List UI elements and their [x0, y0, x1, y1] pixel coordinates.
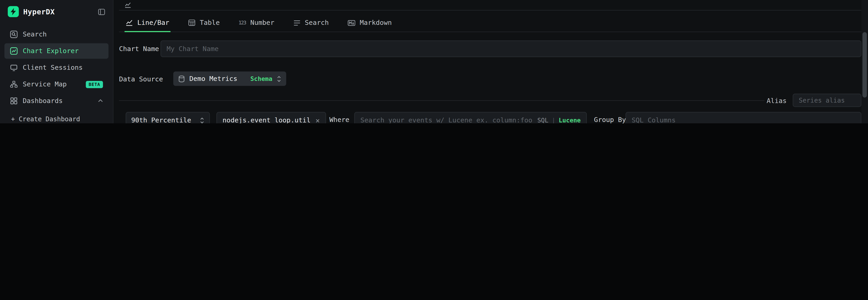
- markdown-icon: [348, 20, 355, 26]
- beta-badge: BETA: [86, 81, 103, 88]
- sidebar-item-label: Client Sessions: [23, 64, 83, 72]
- line-bar-chart-icon: [126, 19, 133, 26]
- tab-label: Number: [250, 19, 274, 27]
- group-by-label: Group By: [594, 116, 626, 123]
- tab-search[interactable]: Search: [293, 14, 329, 32]
- logo-row: HyperDX: [0, 0, 113, 22]
- alias-input[interactable]: [793, 94, 861, 107]
- hyperdx-logo-icon: [8, 6, 19, 17]
- chart-explorer-screen: HyperDX Search Chart Explorer: [0, 0, 868, 123]
- search-icon: [10, 31, 18, 38]
- where-input[interactable]: [361, 116, 534, 124]
- top-divider: [119, 10, 861, 10]
- create-dashboard-button[interactable]: + Create Dashboard: [0, 109, 113, 123]
- tab-markdown[interactable]: Markdown: [348, 14, 392, 32]
- tab-label: Markdown: [360, 19, 392, 27]
- alias-label: Alias: [767, 97, 787, 105]
- tab-label: Search: [305, 19, 329, 27]
- sidebar-item-search[interactable]: Search: [4, 27, 108, 42]
- chart-type-tabs: Line/Bar Table 123 Number Search: [119, 14, 861, 32]
- line-chart-icon: [10, 47, 18, 55]
- scrollbar-thumb[interactable]: [863, 32, 867, 98]
- section-divider: [119, 100, 765, 101]
- data-source-label: Data Source: [119, 76, 163, 83]
- select-chevrons-icon: [277, 75, 281, 82]
- sidebar-item-label: Dashboards: [23, 97, 63, 105]
- group-by-input[interactable]: [625, 112, 861, 123]
- sidebar-item-label: Service Map: [23, 80, 67, 88]
- chart-corner-icon: [125, 2, 131, 8]
- where-search-box: SQL | Lucene: [354, 112, 587, 123]
- sidebar: HyperDX Search Chart Explorer: [0, 0, 114, 123]
- app-title: HyperDX: [23, 7, 94, 16]
- remove-metric-icon[interactable]: ×: [316, 117, 320, 124]
- dashboards-icon: [10, 97, 18, 105]
- data-source-select[interactable]: Demo Metrics Schema: [173, 72, 286, 86]
- where-label: Where: [330, 116, 349, 123]
- sidebar-nav: Search Chart Explorer Client Sessions Se…: [0, 22, 113, 109]
- chevron-up-icon: [98, 99, 103, 103]
- main-content: Line/Bar Table 123 Number Search: [114, 0, 861, 123]
- aggregation-select[interactable]: 90th Percentile: [126, 112, 210, 123]
- database-icon: [178, 75, 185, 82]
- metric-name: nodejs.event_loop.util: [222, 116, 310, 124]
- sidebar-collapse-icon[interactable]: [98, 8, 105, 15]
- chart-name-input[interactable]: [160, 40, 861, 57]
- metric-tag[interactable]: nodejs.event_loop.util ×: [217, 112, 326, 123]
- data-source-value: Demo Metrics: [189, 75, 246, 83]
- scrollbar[interactable]: [861, 0, 868, 123]
- sidebar-item-client-sessions[interactable]: Client Sessions: [4, 60, 108, 76]
- sidebar-item-chart-explorer[interactable]: Chart Explorer: [4, 43, 108, 59]
- toggle-divider: |: [552, 117, 555, 124]
- number-123-icon: 123: [239, 20, 246, 26]
- sidebar-item-service-map[interactable]: Service Map BETA: [4, 76, 108, 92]
- select-chevrons-icon: [200, 117, 204, 124]
- sidebar-item-dashboards[interactable]: Dashboards: [4, 93, 108, 109]
- aggregation-value: 90th Percentile: [131, 116, 200, 124]
- service-map-icon: [10, 80, 18, 88]
- chart-name-label: Chart Name: [119, 45, 159, 53]
- list-icon: [293, 20, 300, 26]
- tab-table[interactable]: Table: [188, 14, 220, 32]
- monitor-icon: [10, 64, 18, 72]
- table-icon: [188, 19, 195, 26]
- sidebar-item-label: Chart Explorer: [23, 47, 79, 55]
- lucene-language-toggle[interactable]: Lucene: [559, 117, 581, 124]
- tab-number[interactable]: 123 Number: [239, 14, 274, 32]
- tab-label: Line/Bar: [137, 19, 169, 27]
- sql-language-toggle[interactable]: SQL: [537, 117, 548, 124]
- tab-line-bar[interactable]: Line/Bar: [126, 14, 169, 32]
- schema-link[interactable]: Schema: [250, 75, 272, 82]
- tab-label: Table: [200, 19, 220, 27]
- sidebar-item-label: Search: [23, 31, 47, 38]
